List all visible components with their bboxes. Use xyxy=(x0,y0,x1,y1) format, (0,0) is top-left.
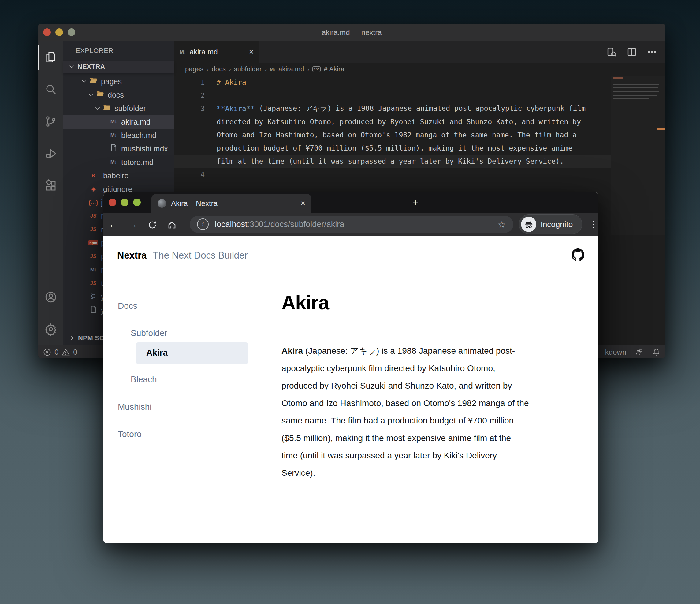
folder-icon xyxy=(102,103,111,112)
search-icon[interactable] xyxy=(38,73,63,105)
open-preview-icon[interactable] xyxy=(606,47,617,57)
breadcrumb-item[interactable]: subfolder xyxy=(234,65,262,73)
tree-item-label: .babelrc xyxy=(101,171,128,180)
reload-button[interactable] xyxy=(143,219,162,230)
tree-item-pages[interactable]: pages xyxy=(63,75,174,88)
breadcrumb-item[interactable]: pages xyxy=(185,65,203,73)
source-control-icon[interactable] xyxy=(38,105,63,137)
nav-link-akira[interactable]: Akira xyxy=(146,348,168,358)
breadcrumb-item[interactable]: akira.md xyxy=(278,65,304,73)
folder-icon xyxy=(96,90,104,98)
js-file-icon: JS xyxy=(90,226,97,232)
site-header: Nextra The Next Docs Builder xyxy=(103,236,598,275)
close-window-button[interactable] xyxy=(108,199,116,206)
incognito-icon xyxy=(521,217,536,232)
nav-link-totoro[interactable]: Totoro xyxy=(118,429,142,439)
markdown-file-icon: M↓ xyxy=(110,159,117,165)
nav-link-docs[interactable]: Docs xyxy=(118,301,138,311)
tree-item-bleach-md[interactable]: M↓bleach.md xyxy=(63,128,174,142)
more-actions-icon[interactable] xyxy=(647,47,657,57)
chevron-down-icon xyxy=(86,91,96,99)
explorer-icon[interactable] xyxy=(38,41,63,73)
chevron-down-icon xyxy=(93,104,102,112)
extensions-icon[interactable] xyxy=(38,170,63,202)
tree-item-totoro-md[interactable]: M↓totoro.md xyxy=(63,155,174,169)
tree-item-label: t xyxy=(101,279,103,288)
code-line[interactable]: film at the time (until it was surpassed… xyxy=(174,154,666,168)
tree-item-label: docs xyxy=(108,91,124,99)
problems-indicator[interactable]: 0 0 xyxy=(43,348,77,356)
language-mode-label[interactable]: kdown xyxy=(605,348,626,356)
vscode-titlebar[interactable]: akira.md — nextra xyxy=(38,24,666,41)
close-tab-icon[interactable]: × xyxy=(301,199,305,208)
code-editor[interactable]: 1# Akira23**Akira** (Japanese: アキラ) is a… xyxy=(174,76,666,181)
tree-item--babelrc[interactable]: B.babelrc xyxy=(63,169,174,182)
split-editor-icon[interactable] xyxy=(626,47,637,57)
tree-item-subfolder[interactable]: subfolder xyxy=(63,102,174,115)
code-line[interactable]: 1# Akira xyxy=(174,76,666,89)
bookmark-star-icon[interactable]: ☆ xyxy=(498,219,506,230)
notifications-bell-icon[interactable] xyxy=(652,348,660,356)
code-line[interactable]: 3**Akira** (Japanese: アキラ) is a 1988 Jap… xyxy=(174,102,666,115)
code-line[interactable]: Otomo and Izo Hashimoto, based on Otomo'… xyxy=(174,128,666,141)
home-button[interactable] xyxy=(162,219,182,230)
tab-title: Akira – Nextra xyxy=(171,199,218,208)
code-line[interactable]: 2 xyxy=(174,89,666,102)
errors-icon xyxy=(43,348,51,356)
site-info-icon[interactable]: i xyxy=(197,219,209,230)
back-button[interactable]: ← xyxy=(103,219,123,230)
nav-link-bleach[interactable]: Bleach xyxy=(131,375,157,384)
tree-item-label: pages xyxy=(101,77,122,86)
markdown-file-icon: M↓ xyxy=(110,132,117,138)
browser-tab[interactable]: Akira – Nextra × xyxy=(151,194,311,213)
js-file-icon: JS xyxy=(90,280,97,286)
tree-item-label: bleach.md xyxy=(121,131,156,140)
run-debug-icon[interactable] xyxy=(38,137,63,170)
article-paragraph: Akira (Japanese: アキラ) is a 1988 Japanese… xyxy=(281,342,598,482)
zoom-window-button[interactable] xyxy=(133,199,141,206)
yarn-file-icon xyxy=(89,292,98,302)
feedback-icon[interactable] xyxy=(635,348,643,356)
code-line[interactable]: 4 xyxy=(174,168,666,181)
chrome-tabstrip: Akira – Nextra × + xyxy=(103,192,598,213)
tree-item-label: subfolder xyxy=(115,104,146,113)
site-brand[interactable]: Nextra xyxy=(117,250,147,261)
breadcrumb-item[interactable]: docs xyxy=(212,65,226,73)
editor-tab-akira[interactable]: M↓ akira.md × xyxy=(174,41,259,63)
tree-item-label: mushishi.mdx xyxy=(121,145,168,153)
code-line[interactable]: directed by Katsuhiro Otomo, produced by… xyxy=(174,115,666,128)
markdown-file-icon: M↓ xyxy=(270,67,275,72)
workspace-section-header[interactable]: NEXTRA xyxy=(63,60,174,73)
tree-item-docs[interactable]: docs xyxy=(63,88,174,102)
address-bar[interactable]: i localhost:3001/docs/subfolder/akira ☆ xyxy=(190,216,514,233)
minimap[interactable] xyxy=(611,76,666,235)
chrome-menu-icon[interactable]: ⋮ xyxy=(589,222,598,227)
new-tab-button[interactable]: + xyxy=(412,197,419,208)
forward-button[interactable]: → xyxy=(123,219,143,230)
js-file-icon: JS xyxy=(90,213,97,219)
incognito-badge: Incognito xyxy=(519,215,582,234)
tree-item-mushishi-mdx[interactable]: mushishi.mdx xyxy=(63,142,174,155)
github-link[interactable] xyxy=(572,248,584,262)
page-title: Akira xyxy=(281,291,598,314)
url-text[interactable]: localhost:3001/docs/subfolder/akira xyxy=(215,220,344,229)
code-line[interactable]: production budget of ¥700 million ($5.5 … xyxy=(174,141,666,154)
account-icon[interactable] xyxy=(38,281,63,313)
close-tab-icon[interactable]: × xyxy=(249,47,254,57)
settings-gear-icon[interactable] xyxy=(38,313,63,345)
activity-bar xyxy=(38,41,63,345)
nav-link-subfolder[interactable]: Subfolder xyxy=(131,328,167,338)
npm-file-icon: npm xyxy=(89,241,98,245)
explorer-title: EXPLORER xyxy=(63,41,174,60)
tree-item-akira-md[interactable]: M↓akira.md xyxy=(63,115,174,128)
nav-link-mushishi[interactable]: Mushishi xyxy=(118,402,151,412)
active-view-indicator xyxy=(38,45,39,70)
breadcrumb-item[interactable]: # Akira xyxy=(324,65,344,73)
breadcrumb[interactable]: pages›docs›subfolder›M↓akira.md›abc# Aki… xyxy=(174,63,666,76)
globe-favicon xyxy=(157,199,166,208)
babel-file-icon: B xyxy=(92,173,95,179)
folder-icon xyxy=(89,76,98,85)
github-icon xyxy=(572,248,584,261)
symbol-string-icon: abc xyxy=(312,67,321,72)
minimize-window-button[interactable] xyxy=(121,199,128,206)
